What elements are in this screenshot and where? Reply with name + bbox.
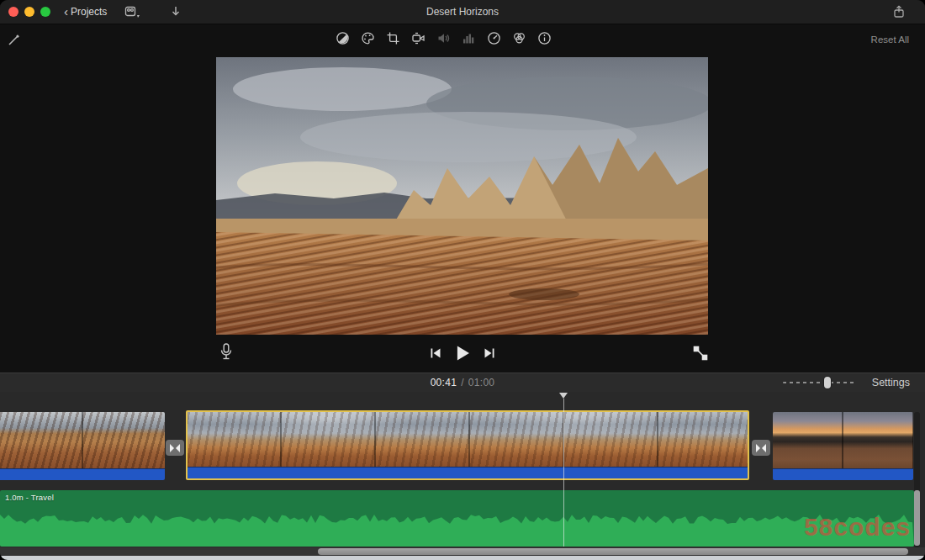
vertical-scrollbar-thumb[interactable] [914, 490, 920, 546]
zoom-slider-thumb[interactable] [824, 377, 831, 388]
total-time: 01:00 [468, 377, 495, 388]
transition-icon[interactable] [752, 440, 770, 456]
video-preview [216, 57, 708, 335]
crop-icon[interactable] [386, 31, 400, 45]
transition-icon[interactable] [166, 440, 184, 456]
chevron-left-icon: ‹ [64, 5, 68, 18]
clip-filter-icon[interactable] [512, 31, 526, 45]
clip-1-thumbnails [0, 412, 165, 469]
volume-icon[interactable] [436, 31, 451, 45]
time-separator: / [461, 377, 464, 388]
watermark-text: 58codes [804, 513, 911, 542]
import-media-icon[interactable] [124, 5, 141, 18]
titlebar: ‹ Projects Desert Horizons [0, 0, 925, 24]
noise-reduction-icon[interactable] [462, 31, 476, 45]
clip-2-thumbnails [188, 412, 748, 468]
adjustment-toolbar [336, 31, 552, 45]
clip-3-audio-strip [773, 468, 913, 480]
clip-info-icon[interactable] [537, 31, 552, 45]
timeline-zoom-slider[interactable] [783, 377, 857, 388]
playback-controls [429, 344, 496, 365]
close-window-button[interactable] [8, 7, 18, 17]
timecode-bar: 00:41 / 01:00 Settings [0, 372, 925, 393]
playhead-line [563, 399, 564, 547]
window-bottom-edge [0, 556, 925, 560]
clip-2-audio-strip [188, 467, 748, 478]
timeline-controls: Settings [783, 373, 915, 392]
zoom-window-button[interactable] [40, 7, 50, 17]
back-to-projects-label: Projects [71, 6, 107, 18]
record-voiceover-button[interactable] [218, 342, 235, 362]
reset-all-button[interactable]: Reset All [866, 34, 914, 45]
timeline-clip-1[interactable] [0, 412, 165, 480]
playhead-handle[interactable] [559, 393, 568, 399]
clip-3-thumbnails [773, 412, 913, 469]
settings-button[interactable]: Settings [867, 376, 915, 389]
timeline[interactable]: 1.0m - Travel 58codes [0, 392, 925, 556]
back-to-projects-button[interactable]: ‹ Projects [61, 3, 110, 20]
color-balance-icon[interactable] [336, 31, 350, 45]
music-clip-label: 1.0m - Travel [5, 493, 54, 502]
timeline-clip-3[interactable] [773, 412, 913, 480]
zoom-slider-track [783, 382, 857, 383]
horizontal-scrollbar[interactable] [0, 547, 925, 556]
enhance-wand-icon[interactable] [7, 33, 21, 47]
minimize-window-button[interactable] [24, 7, 34, 17]
timeline-clip-2-selected[interactable] [186, 410, 749, 480]
imovie-window: ‹ Projects Desert Horizons [0, 0, 925, 560]
background-music-clip[interactable]: 1.0m - Travel [0, 490, 914, 547]
desert-landscape-image [216, 57, 708, 335]
stabilization-icon[interactable] [411, 31, 426, 45]
current-time: 00:41 [431, 377, 457, 388]
download-icon[interactable] [169, 5, 186, 18]
viewer-area: Reset All [0, 24, 925, 372]
clip-1-audio-strip [0, 468, 165, 480]
horizontal-scrollbar-thumb[interactable] [318, 548, 908, 555]
fullscreen-expand-icon[interactable] [690, 343, 711, 363]
share-icon[interactable] [891, 4, 906, 19]
color-correction-icon[interactable] [361, 31, 375, 45]
vertical-scrollbar[interactable] [914, 412, 920, 547]
skip-back-button[interactable] [429, 346, 442, 362]
play-button[interactable] [453, 344, 472, 365]
skip-forward-button[interactable] [483, 346, 496, 362]
speed-icon[interactable] [487, 31, 501, 45]
